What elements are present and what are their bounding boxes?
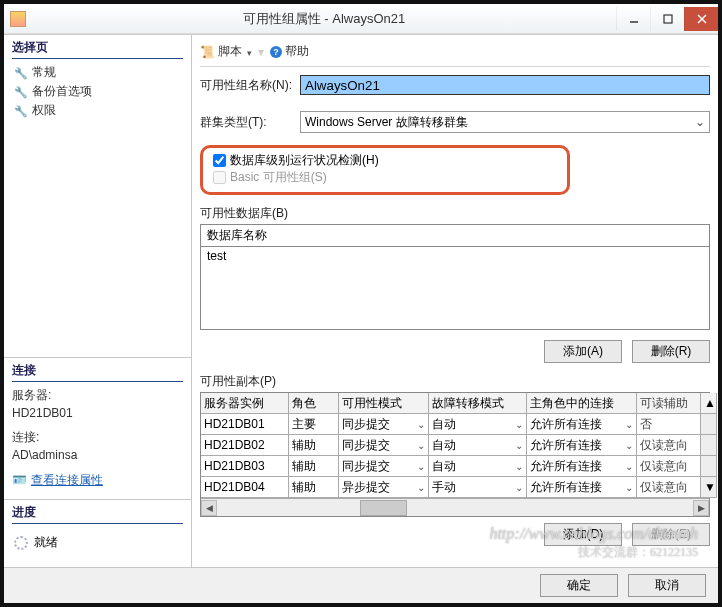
ag-name-label: 可用性组名称(N): — [200, 77, 300, 94]
wrench-icon — [14, 104, 28, 118]
db-health-label: 数据库级别运行状况检测(H) — [230, 152, 379, 169]
cell-role: 辅助 — [289, 435, 339, 456]
replica-row[interactable]: HD21DB01主要同步提交自动允许所有连接否 — [201, 414, 709, 435]
cluster-type-label: 群集类型(T): — [200, 114, 300, 131]
select-page-title: 选择页 — [12, 39, 183, 59]
cell-server[interactable]: HD21DB02 — [201, 435, 289, 456]
sidebar: 选择页 常规 备份首选项 权限 连接 服务器: HD21DB01 连接: AD\… — [4, 35, 192, 567]
help-button[interactable]: ?帮助 — [270, 43, 309, 60]
script-dropdown[interactable]: 📜脚本 — [200, 43, 252, 60]
col-role[interactable]: 角色 — [289, 393, 339, 414]
cell-readable[interactable]: 仅读意向 — [637, 456, 701, 477]
minimize-button[interactable] — [616, 7, 650, 31]
col-readable[interactable]: 可读辅助 — [637, 393, 701, 414]
main-panel: 📜脚本 ▾ ?帮助 可用性组名称(N): 群集类型(T): Windows Se… — [192, 35, 718, 567]
ok-button[interactable]: 确定 — [540, 574, 618, 597]
card-icon: 🪪 — [12, 473, 27, 487]
databases-label: 可用性数据库(B) — [200, 205, 710, 222]
scroll-track[interactable] — [701, 456, 717, 477]
wrench-icon — [14, 66, 28, 80]
titlebar: 可用性组属性 - AlwaysOn21 — [4, 4, 718, 34]
col-failover[interactable]: 故障转移模式 — [429, 393, 527, 414]
scroll-up-button[interactable]: ▲ — [701, 393, 717, 414]
cell-readable[interactable]: 仅读意向 — [637, 435, 701, 456]
window-title: 可用性组属性 - AlwaysOn21 — [32, 10, 616, 28]
scroll-track[interactable]: ▼ — [701, 477, 717, 498]
cell-primary-conn-select[interactable]: 允许所有连接 — [527, 477, 637, 498]
cell-role: 辅助 — [289, 456, 339, 477]
scroll-right-button[interactable]: ▶ — [693, 500, 709, 516]
scroll-left-button[interactable]: ◀ — [201, 500, 217, 516]
server-value: HD21DB01 — [12, 404, 183, 422]
cell-failover-select[interactable]: 自动 — [429, 435, 527, 456]
col-primary-conn[interactable]: 主角色中的连接 — [527, 393, 637, 414]
window-icon — [10, 11, 26, 27]
cell-server[interactable]: HD21DB03 — [201, 456, 289, 477]
cell-role: 主要 — [289, 414, 339, 435]
cell-mode-select[interactable]: 同步提交 — [339, 414, 429, 435]
server-label: 服务器: — [12, 386, 183, 404]
db-health-checkbox[interactable] — [213, 154, 226, 167]
cell-server[interactable]: HD21DB01 — [201, 414, 289, 435]
connection-value: AD\adminsa — [12, 446, 183, 464]
replica-row[interactable]: HD21DB03辅助同步提交自动允许所有连接仅读意向 — [201, 456, 709, 477]
progress-title: 进度 — [12, 504, 183, 524]
cell-failover-select[interactable]: 自动 — [429, 456, 527, 477]
replica-add-button[interactable]: 添加(D) — [544, 523, 622, 546]
close-button[interactable] — [684, 7, 718, 31]
cell-readable[interactable]: 仅读意向 — [637, 477, 701, 498]
cell-primary-conn-select[interactable]: 允许所有连接 — [527, 435, 637, 456]
database-row[interactable]: test — [201, 247, 709, 265]
col-mode[interactable]: 可用性模式 — [339, 393, 429, 414]
replica-row[interactable]: HD21DB02辅助同步提交自动允许所有连接仅读意向 — [201, 435, 709, 456]
cell-readable[interactable]: 否 — [637, 414, 701, 435]
basic-ag-checkbox — [213, 171, 226, 184]
cell-primary-conn-select[interactable]: 允许所有连接 — [527, 456, 637, 477]
databases-list[interactable]: 数据库名称 test — [200, 224, 710, 330]
replica-remove-button: 删除(E) — [632, 523, 710, 546]
highlight-annotation: 数据库级别运行状况检测(H) Basic 可用性组(S) — [200, 145, 570, 195]
cell-mode-select[interactable]: 异步提交 — [339, 477, 429, 498]
sidebar-item-backup-pref[interactable]: 备份首选项 — [12, 82, 183, 101]
cell-role: 辅助 — [289, 477, 339, 498]
horizontal-scrollbar[interactable]: ◀ ▶ — [201, 498, 709, 516]
cell-primary-conn-select[interactable]: 允许所有连接 — [527, 414, 637, 435]
sidebar-item-general[interactable]: 常规 — [12, 63, 183, 82]
scroll-thumb[interactable] — [360, 500, 408, 516]
scroll-track[interactable] — [701, 435, 717, 456]
cluster-type-select[interactable]: Windows Server 故障转移群集 — [300, 111, 710, 133]
sidebar-item-permissions[interactable]: 权限 — [12, 101, 183, 120]
connection-label: 连接: — [12, 428, 183, 446]
scroll-track[interactable] — [701, 414, 717, 435]
cell-failover-select[interactable]: 自动 — [429, 414, 527, 435]
cell-server[interactable]: HD21DB04 — [201, 477, 289, 498]
cell-mode-select[interactable]: 同步提交 — [339, 435, 429, 456]
cancel-button[interactable]: 取消 — [628, 574, 706, 597]
footer: 确定 取消 — [4, 567, 718, 603]
basic-ag-label: Basic 可用性组(S) — [230, 169, 327, 186]
svg-rect-1 — [664, 15, 672, 23]
databases-header: 数据库名称 — [201, 225, 709, 247]
replicas-grid[interactable]: 服务器实例 角色 可用性模式 故障转移模式 主角色中的连接 可读辅助 ▲ HD2… — [200, 392, 710, 517]
connection-title: 连接 — [12, 362, 183, 382]
ag-name-input[interactable] — [300, 75, 710, 95]
spinner-icon — [14, 536, 28, 550]
replica-row[interactable]: HD21DB04辅助异步提交手动允许所有连接仅读意向▼ — [201, 477, 709, 498]
script-icon: 📜 — [200, 45, 215, 59]
maximize-button[interactable] — [650, 7, 684, 31]
progress-status: 就绪 — [34, 535, 58, 549]
db-remove-button[interactable]: 删除(R) — [632, 340, 710, 363]
db-add-button[interactable]: 添加(A) — [544, 340, 622, 363]
cell-mode-select[interactable]: 同步提交 — [339, 456, 429, 477]
replicas-label: 可用性副本(P) — [200, 373, 710, 390]
view-connection-props-link[interactable]: 查看连接属性 — [31, 473, 103, 487]
help-icon: ? — [270, 46, 282, 58]
wrench-icon — [14, 85, 28, 99]
col-server[interactable]: 服务器实例 — [201, 393, 289, 414]
cell-failover-select[interactable]: 手动 — [429, 477, 527, 498]
